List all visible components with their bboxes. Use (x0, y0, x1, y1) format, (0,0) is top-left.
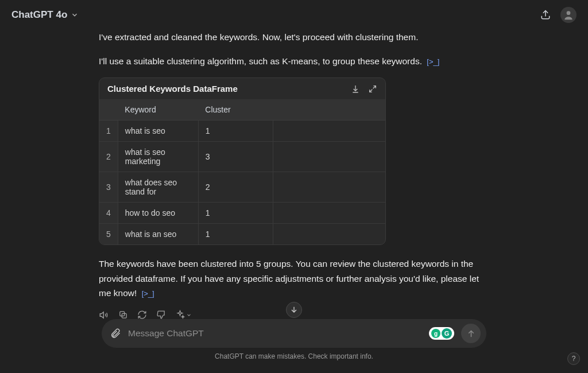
code-reference-link[interactable]: [>_] (142, 289, 154, 298)
header: ChatGPT 4o (0, 0, 588, 30)
input-bar: g G (102, 319, 486, 348)
table-row: 1 what is seo 1 (99, 121, 385, 142)
expand-icon[interactable] (368, 84, 377, 94)
assistant-text: I've extracted and cleaned the keywords.… (99, 30, 489, 45)
dataframe-header: Clustered Keywords DataFrame (99, 78, 385, 99)
download-icon[interactable] (351, 84, 360, 94)
chevron-down-icon (71, 11, 79, 19)
svg-point-0 (567, 11, 571, 15)
table-row: 5 what is an seo 1 (99, 224, 385, 245)
thumbs-down-icon[interactable] (156, 310, 166, 320)
dataframe-table: Keyword Cluster 1 what is seo 1 2 what i… (99, 99, 385, 244)
grammarly-badge[interactable]: g G (429, 327, 454, 340)
share-icon[interactable] (540, 9, 551, 21)
disclaimer: ChatGPT can make mistakes. Check importa… (215, 352, 373, 360)
copy-icon[interactable] (118, 310, 128, 320)
col-index (99, 99, 118, 121)
col-keyword: Keyword (118, 99, 198, 121)
main-content: I've extracted and cleaned the keywords.… (87, 30, 501, 320)
col-cluster: Cluster (198, 99, 273, 121)
assistant-text: The keywords have been clustered into 5 … (99, 257, 489, 301)
dataframe-actions (351, 84, 377, 94)
scroll-to-bottom-button[interactable] (286, 302, 302, 318)
help-button[interactable]: ? (567, 352, 580, 365)
attach-icon[interactable] (110, 328, 121, 339)
table-row: 3 what does seo stand for 2 (99, 172, 385, 203)
table-row: 4 how to do seo 1 (99, 203, 385, 224)
message-input[interactable] (128, 328, 422, 339)
code-reference-link[interactable]: [>_] (427, 57, 439, 66)
regenerate-icon[interactable] (137, 310, 147, 320)
sparkle-icon[interactable] (175, 310, 192, 320)
table-row: 2 what is seo marketing 3 (99, 142, 385, 172)
header-right (540, 7, 577, 23)
model-name: ChatGPT 4o (11, 9, 67, 21)
composer: g G ChatGPT can make mistakes. Check imp… (0, 319, 588, 360)
col-empty (273, 99, 385, 121)
assistant-text: I'll use a suitable clustering algorithm… (99, 54, 489, 69)
model-selector[interactable]: ChatGPT 4o (11, 9, 79, 21)
send-button[interactable] (461, 324, 481, 343)
dataframe-card: Clustered Keywords DataFrame Keyword Clu… (99, 77, 386, 245)
avatar[interactable] (560, 7, 577, 23)
dataframe-title: Clustered Keywords DataFrame (107, 84, 238, 94)
